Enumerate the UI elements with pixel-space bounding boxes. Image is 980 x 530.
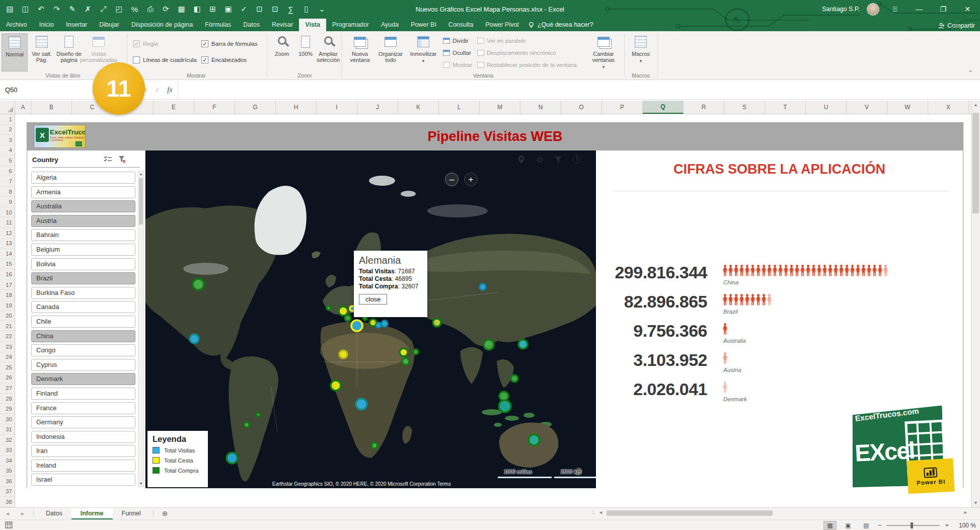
- map-bubble-2[interactable]: [227, 452, 238, 464]
- tell-me-box[interactable]: ¿Qué desea hacer?: [525, 19, 599, 31]
- switch-windows-button[interactable]: Cambiar ventanas▾: [588, 33, 619, 71]
- column-header-V[interactable]: V: [847, 101, 887, 114]
- map-bubble-28[interactable]: [529, 434, 540, 445]
- sheet-tab-datos[interactable]: Datos: [37, 508, 71, 519]
- collapse-ribbon-icon[interactable]: ⌃: [968, 69, 973, 77]
- map-bubble-4[interactable]: [257, 413, 260, 417]
- hide-button[interactable]: Ocultar: [443, 47, 471, 58]
- undo-icon[interactable]: ↶: [34, 3, 48, 16]
- row-header-3[interactable]: 3: [0, 135, 15, 145]
- row-header-24[interactable]: 24: [0, 352, 15, 363]
- slicer-item-burkina-faso[interactable]: Burkina Faso: [31, 287, 135, 299]
- page-break-view-button[interactable]: Ver salt. Pág.: [29, 33, 55, 71]
- form-icon[interactable]: ◧: [190, 3, 204, 16]
- map-bubble-27[interactable]: [499, 400, 511, 412]
- vertical-scrollbar[interactable]: ▲ ▼: [971, 101, 980, 507]
- formula-input[interactable]: [178, 81, 980, 99]
- zoom-to-selection-button[interactable]: Ampliar selección: [317, 33, 340, 71]
- scroll-right-icon[interactable]: ►: [963, 510, 968, 515]
- map-bubble-18[interactable]: [400, 348, 408, 356]
- column-header-H[interactable]: H: [276, 101, 317, 114]
- world-map[interactable]: ⚙ ? – + Alemania Total Visitas: 71687Tot…: [145, 150, 596, 488]
- row-header-1[interactable]: 1: [0, 114, 15, 125]
- row-header-4[interactable]: 4: [0, 145, 15, 156]
- row-header-5[interactable]: 5: [0, 156, 15, 166]
- slicer-item-belgium[interactable]: Belgium: [31, 244, 135, 256]
- map-bubble-7[interactable]: [345, 315, 351, 321]
- map-bubble-0[interactable]: [193, 279, 204, 290]
- reset-window-position-button[interactable]: Restablecer posición de la ventana: [477, 59, 577, 70]
- print-preview-icon[interactable]: ◰: [112, 3, 126, 16]
- map-bubble-26[interactable]: [499, 392, 508, 401]
- slicer-item-cyprus[interactable]: Cyprus: [31, 359, 135, 371]
- row-header-34[interactable]: 34: [0, 456, 15, 466]
- settings-gear-icon[interactable]: ⚙: [535, 155, 545, 165]
- slicer-scroll-thumb[interactable]: [139, 178, 143, 224]
- new-file-icon[interactable]: ▤: [3, 3, 17, 16]
- row-header-35[interactable]: 35: [0, 466, 15, 477]
- row-header-12[interactable]: 12: [0, 228, 15, 239]
- map-bubble-3[interactable]: [244, 422, 249, 427]
- sheet-nav-next-icon[interactable]: ▸: [15, 508, 30, 519]
- arrange-all-button[interactable]: Organizar todo: [375, 33, 406, 71]
- row-header-10[interactable]: 10: [0, 207, 15, 218]
- sheet-tab-informe[interactable]: Informe: [71, 508, 113, 519]
- blank-page-icon[interactable]: ▯: [299, 3, 313, 16]
- new-sheet-button[interactable]: ⊕: [157, 508, 174, 519]
- ribbon-tab-power-pivot[interactable]: Power Pivot: [479, 19, 525, 31]
- slicer-item-bolivia[interactable]: Bolivia: [31, 258, 135, 270]
- column-header-X[interactable]: X: [928, 101, 969, 114]
- map-bubble-15[interactable]: [339, 350, 347, 358]
- refresh-icon[interactable]: ⟳: [159, 3, 173, 16]
- slicer-item-france[interactable]: France: [31, 402, 135, 414]
- confirm-entry-icon[interactable]: ✓: [155, 86, 160, 94]
- checkbox-gridlines[interactable]: Líneas de cuadrícula: [133, 56, 197, 63]
- row-header-25[interactable]: 25: [0, 362, 15, 373]
- view-side-by-side-button[interactable]: Ver en paralelo: [477, 35, 525, 46]
- resize-icon[interactable]: ⤢: [97, 3, 110, 16]
- column-header-E[interactable]: E: [154, 101, 194, 114]
- tooltip-close-button[interactable]: close: [359, 294, 387, 305]
- calendar-alt-icon[interactable]: ⊡: [268, 3, 282, 16]
- horizontal-scroll-thumb[interactable]: [607, 510, 773, 516]
- row-header-19[interactable]: 19: [0, 300, 15, 311]
- map-bubble-25[interactable]: [511, 375, 518, 382]
- slicer-item-germany[interactable]: Germany: [31, 416, 135, 428]
- zoom-button[interactable]: Zoom: [270, 33, 293, 71]
- row-header-8[interactable]: 8: [0, 187, 15, 197]
- row-header-6[interactable]: 6: [0, 166, 15, 177]
- ribbon-tab-insertar[interactable]: Insertar: [60, 19, 93, 31]
- split-button[interactable]: Dividir: [443, 35, 469, 46]
- map-bubble-23[interactable]: [484, 340, 494, 350]
- column-header-K[interactable]: K: [398, 101, 439, 114]
- checkbox-headings[interactable]: ✓ Encabezados: [201, 56, 247, 63]
- help-icon[interactable]: ?: [572, 155, 582, 165]
- map-bubble-1[interactable]: [190, 334, 199, 343]
- sheet-tab-funnel[interactable]: Funnel: [113, 508, 150, 519]
- row-header-22[interactable]: 22: [0, 331, 15, 342]
- locate-icon[interactable]: [516, 155, 526, 165]
- ribbon-tab-disposici-n-de-p-gina[interactable]: Disposición de página: [125, 19, 199, 31]
- row-header-27[interactable]: 27: [0, 383, 15, 394]
- map-bubble-13[interactable]: [382, 321, 388, 327]
- row-header-9[interactable]: 9: [0, 197, 15, 207]
- vertical-scroll-thumb[interactable]: [972, 113, 979, 213]
- zoom-100-button[interactable]: 100%: [294, 33, 317, 71]
- row-header-31[interactable]: 31: [0, 424, 15, 435]
- column-header-U[interactable]: U: [806, 101, 847, 114]
- scroll-down-icon[interactable]: ▼: [971, 499, 980, 507]
- row-header-32[interactable]: 32: [0, 435, 15, 445]
- map-zoom-in-button[interactable]: +: [464, 173, 478, 186]
- macros-button[interactable]: Macros▾: [628, 33, 653, 71]
- slicer-item-finland[interactable]: Finland: [31, 388, 135, 400]
- spellcheck-icon[interactable]: ✓: [237, 3, 251, 16]
- print-icon[interactable]: ⎙: [143, 3, 157, 16]
- normal-view-button[interactable]: Normal: [2, 33, 28, 71]
- slicer-item-chile[interactable]: Chile: [31, 316, 135, 328]
- column-header-L[interactable]: L: [439, 101, 480, 114]
- map-bubble-22[interactable]: [480, 284, 486, 290]
- column-header-W[interactable]: W: [887, 101, 928, 114]
- map-bubble-20[interactable]: [413, 349, 418, 354]
- map-bubble-21[interactable]: [433, 319, 441, 327]
- column-header-B[interactable]: B: [31, 101, 72, 114]
